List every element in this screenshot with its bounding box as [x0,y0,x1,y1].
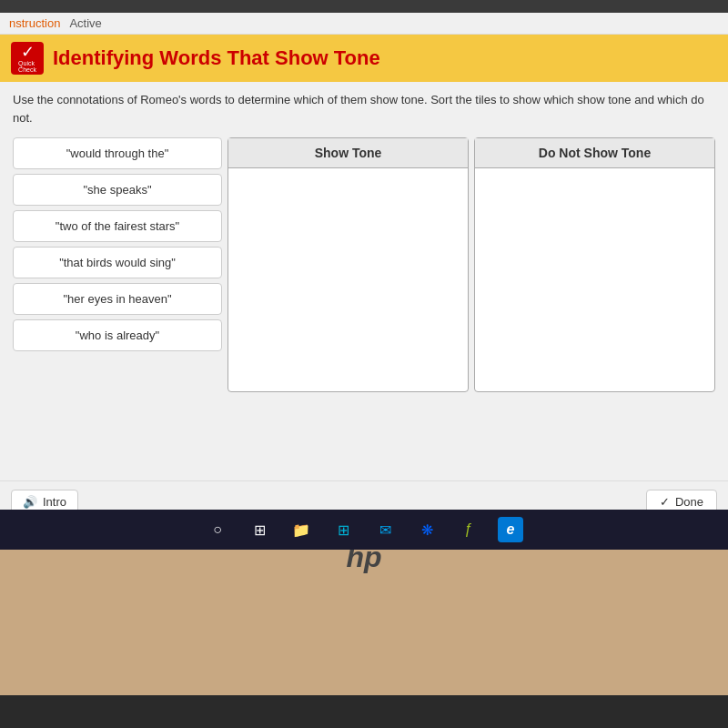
quick-check-icon: ✓ QuickCheck [11,42,44,75]
tile-4[interactable]: "that birds would sing" [13,247,222,278]
show-tone-header: Show Tone [228,138,468,168]
taskbar-store-icon[interactable]: ⊞ [330,517,356,542]
taskbar-mail-icon[interactable]: ✉ [372,517,398,542]
tiles-column: "would through the" "she speaks" "two of… [13,137,222,392]
screen: nstruction Active ✓ QuickCheck Identifyi… [0,13,728,522]
instruction-link[interactable]: nstruction [9,16,60,30]
taskbar-edge-icon[interactable]: e [498,517,523,542]
page-title: Identifying Words That Show Tone [53,46,380,70]
do-not-show-tone-zone[interactable]: Do Not Show Tone [474,137,715,392]
do-not-show-tone-body[interactable] [475,168,714,387]
tile-1[interactable]: "would through the" [13,137,222,169]
tile-5[interactable]: "her eyes in heaven" [13,283,222,315]
done-label: Done [675,495,703,509]
do-not-show-tone-header: Do Not Show Tone [475,138,714,168]
taskbar: ○ ⊞ 📁 ⊞ ✉ ❋ ƒ e [0,510,728,550]
tile-3[interactable]: "two of the fairest stars" [13,210,222,242]
active-label: Active [69,16,101,30]
taskbar-folder-icon[interactable]: 📁 [288,517,314,542]
taskbar-widgets-icon[interactable]: ⊞ [247,517,272,542]
quick-check-label: QuickCheck [18,60,36,73]
header: ✓ QuickCheck Identifying Words That Show… [0,35,728,82]
intro-label: Intro [43,495,66,509]
tile-6[interactable]: "who is already" [13,319,222,351]
bezel-top [0,0,728,13]
speaker-icon: 🔊 [23,495,37,509]
taskbar-dropbox-icon[interactable]: ❋ [414,517,440,542]
taskbar-search-icon[interactable]: ○ [205,517,230,542]
tile-2[interactable]: "she speaks" [13,174,222,206]
done-check-icon: ✓ [660,495,670,509]
nav-bar: nstruction Active [0,13,728,35]
taskbar-app-icon[interactable]: ƒ [456,517,481,542]
show-tone-body[interactable] [228,168,468,387]
show-tone-zone[interactable]: Show Tone [228,137,469,392]
content-area: "would through the" "she speaks" "two of… [0,137,728,392]
check-icon: ✓ [21,44,35,60]
instructions-text: Use the connotations of Romeo's words to… [0,82,728,134]
